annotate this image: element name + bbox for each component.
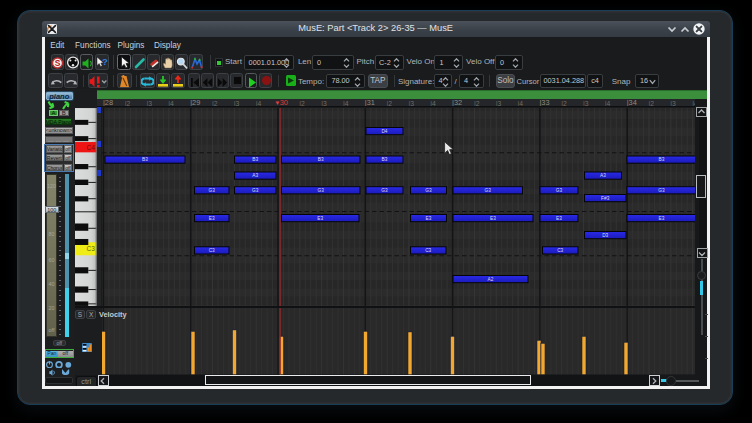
svg-text:F#3: F#3 xyxy=(601,195,610,200)
svg-text:C3: C3 xyxy=(208,248,214,253)
svg-text:B3: B3 xyxy=(252,157,258,162)
svg-text:D4: D4 xyxy=(381,128,387,133)
svg-text:G3: G3 xyxy=(252,188,259,193)
svg-text:B3: B3 xyxy=(317,157,323,162)
svg-text:C3: C3 xyxy=(87,245,96,252)
svg-text:C4: C4 xyxy=(87,144,96,151)
svg-text:E3: E3 xyxy=(556,215,562,220)
svg-text:C3: C3 xyxy=(557,248,563,253)
svg-text:E3: E3 xyxy=(658,215,664,220)
svg-text:G3: G3 xyxy=(658,188,665,193)
svg-text:A3: A3 xyxy=(252,173,258,178)
svg-text:?: ? xyxy=(101,56,107,67)
svg-text:B3: B3 xyxy=(142,157,148,162)
svg-text:G3: G3 xyxy=(425,188,432,193)
svg-text:A3: A3 xyxy=(600,173,606,178)
svg-text:D3: D3 xyxy=(602,232,608,237)
svg-text:C3: C3 xyxy=(425,248,431,253)
svg-text:B3: B3 xyxy=(381,157,387,162)
svg-text:B3: B3 xyxy=(658,157,664,162)
svg-text:E3: E3 xyxy=(490,215,496,220)
svg-text:S: S xyxy=(55,58,61,68)
svg-text:E3: E3 xyxy=(208,215,214,220)
svg-text:G3: G3 xyxy=(317,188,324,193)
svg-text:G3: G3 xyxy=(555,188,562,193)
svg-text:E3: E3 xyxy=(317,215,323,220)
svg-text:G3: G3 xyxy=(381,188,388,193)
svg-text:A2: A2 xyxy=(487,276,493,281)
svg-text:G3: G3 xyxy=(208,188,215,193)
svg-text:G3: G3 xyxy=(484,188,491,193)
svg-text:E3: E3 xyxy=(425,215,431,220)
